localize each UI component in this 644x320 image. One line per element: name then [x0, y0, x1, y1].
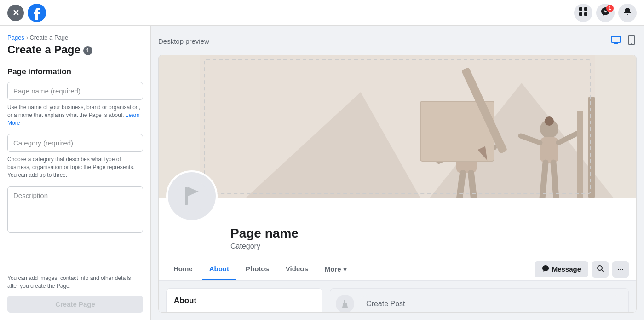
- apps-grid-button[interactable]: [574, 4, 592, 22]
- grid-icon: [579, 7, 588, 18]
- tab-about[interactable]: About: [202, 258, 236, 280]
- chevron-down-icon: ▾: [343, 265, 347, 273]
- svg-rect-2: [584, 7, 587, 11]
- breadcrumb: Pages › Create a Page: [7, 33, 143, 41]
- search-icon: [597, 265, 604, 274]
- svg-rect-33: [185, 187, 188, 205]
- desktop-preview-button[interactable]: [609, 33, 623, 49]
- message-label: Message: [552, 265, 581, 273]
- breadcrumb-pages-link[interactable]: Pages: [7, 34, 24, 41]
- preview-header: Desktop preview: [158, 33, 637, 49]
- svg-point-7: [631, 43, 632, 44]
- page-content: About Create Post: [159, 281, 636, 312]
- svg-rect-38: [344, 300, 345, 303]
- preview-scroll[interactable]: Page name Category Home About Photos Vid…: [159, 55, 636, 312]
- preview-title: Desktop preview: [158, 37, 209, 45]
- page-name-helper: Use the name of your business, brand or …: [7, 104, 143, 127]
- svg-rect-30: [588, 97, 595, 198]
- svg-rect-32: [176, 180, 208, 212]
- svg-line-28: [553, 163, 556, 198]
- profile-category: Category: [230, 242, 629, 250]
- cover-photo: [159, 55, 636, 198]
- tab-photos[interactable]: Photos: [238, 258, 276, 280]
- category-input[interactable]: [7, 134, 143, 152]
- info-icon: 1: [83, 46, 92, 55]
- page-information-label: Page information: [7, 67, 143, 76]
- preview-toggle: [609, 33, 637, 49]
- messenger-badge: 1: [606, 5, 614, 12]
- nav-actions-right: Message ···: [535, 261, 629, 278]
- more-options-button[interactable]: ···: [612, 261, 629, 278]
- main-layout: Pages › Create a Page Create a Page 1 Pa…: [0, 26, 644, 320]
- ellipsis-icon: ···: [617, 265, 623, 273]
- search-button[interactable]: [592, 261, 609, 278]
- message-button[interactable]: Message: [535, 261, 588, 277]
- svg-rect-29: [577, 111, 583, 198]
- sidebar-footer: You can add images, contact info and oth…: [7, 267, 143, 313]
- about-title: About: [174, 296, 196, 305]
- create-post-panel: Create Post: [330, 288, 629, 312]
- topbar: ✕: [0, 0, 644, 26]
- profile-info: Page name Category: [166, 198, 629, 250]
- svg-line-18: [471, 173, 474, 198]
- bell-icon: [623, 7, 632, 18]
- notifications-button[interactable]: [618, 4, 637, 22]
- profile-name: Page name: [230, 226, 629, 241]
- svg-rect-1: [579, 7, 582, 11]
- svg-marker-37: [342, 303, 348, 308]
- messenger-small-icon: [542, 265, 549, 273]
- desktop-icon: [611, 36, 621, 46]
- fb-page-preview: Page name Category Home About Photos Vid…: [158, 55, 637, 313]
- nav-tabs-left: Home About Photos Videos More ▾: [166, 258, 354, 280]
- svg-rect-4: [584, 12, 587, 16]
- svg-point-23: [545, 116, 554, 126]
- tab-more[interactable]: More ▾: [317, 258, 354, 280]
- more-label: More: [325, 265, 341, 273]
- messenger-button[interactable]: 1: [596, 4, 615, 22]
- page-navigation: Home About Photos Videos More ▾: [159, 258, 636, 281]
- svg-rect-5: [611, 36, 621, 42]
- close-icon: ✕: [12, 8, 19, 18]
- tab-videos[interactable]: Videos: [278, 258, 316, 280]
- svg-line-17: [460, 173, 463, 198]
- topbar-left: ✕: [7, 4, 46, 22]
- create-post-button[interactable]: Create Post: [359, 295, 623, 312]
- svg-rect-24: [540, 137, 558, 163]
- about-panel: About: [166, 288, 322, 312]
- category-helper: Choose a category that describes what ty…: [7, 156, 143, 179]
- facebook-logo: [28, 4, 46, 22]
- preview-area: Desktop preview: [151, 26, 644, 320]
- page-title: Create a Page: [7, 43, 80, 56]
- page-name-input[interactable]: [7, 82, 143, 100]
- sidebar: Pages › Create a Page Create a Page 1 Pa…: [0, 26, 151, 320]
- footer-note: You can add images, contact info and oth…: [7, 274, 143, 290]
- mobile-preview-button[interactable]: [627, 33, 637, 49]
- svg-rect-3: [579, 12, 582, 16]
- create-page-button[interactable]: Create Page: [7, 296, 143, 313]
- svg-line-27: [542, 163, 546, 198]
- description-input[interactable]: [7, 186, 143, 233]
- mobile-icon: [628, 37, 635, 47]
- close-button[interactable]: ✕: [7, 5, 24, 21]
- profile-picture: [166, 170, 218, 222]
- topbar-right: 1: [574, 4, 637, 22]
- profile-section: Page name Category: [159, 198, 636, 258]
- create-post-avatar: [336, 295, 354, 312]
- tab-home[interactable]: Home: [166, 258, 200, 280]
